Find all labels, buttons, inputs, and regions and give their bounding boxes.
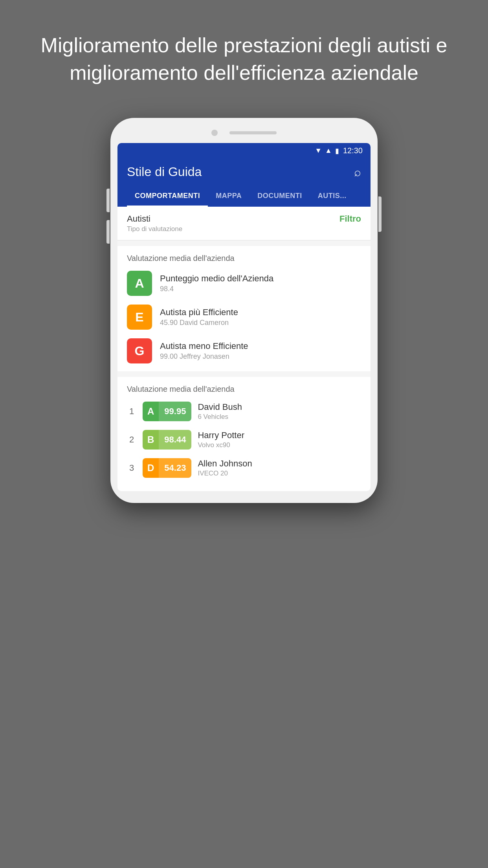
filter-subtitle: Tipo di valutazione xyxy=(127,225,182,233)
rank-sub-3: IVECO 20 xyxy=(198,470,252,477)
tab-autis[interactable]: AUTIS... xyxy=(310,187,354,207)
rank-score-2: 98.44 xyxy=(159,430,191,450)
time-display: 12:30 xyxy=(343,146,363,155)
filter-section: Autisti Tipo di valutazione Filtro xyxy=(117,207,371,240)
ranking-title: Valutazione media dell'azienda xyxy=(127,385,361,394)
tabs: COMPORTAMENTI MAPPA DOCUMENTI AUTIS... xyxy=(127,187,361,207)
metric-row-worst: G Autista meno Efficiente 99.00 Jeffrey … xyxy=(127,338,361,363)
hero-text: Miglioramento delle prestazioni degli au… xyxy=(0,0,488,110)
phone-side-btn-power xyxy=(378,196,382,232)
phone-wrapper: ▼ ▲ ▮ 12:30 Stile di Guida ⌕ COMPORTAMEN… xyxy=(0,110,488,503)
phone-side-btn-vol-up xyxy=(106,189,110,212)
tab-comportamenti[interactable]: COMPORTAMENTI xyxy=(127,187,208,207)
tab-documenti[interactable]: DOCUMENTI xyxy=(250,187,310,207)
status-bar: ▼ ▲ ▮ 12:30 xyxy=(117,143,371,158)
rank-badge-2: B 98.44 xyxy=(143,430,191,450)
wifi-icon: ▼ xyxy=(315,147,322,155)
rank-score-3: 54.23 xyxy=(159,458,191,478)
app-title: Stile di Guida xyxy=(127,165,202,179)
metric-title-worst: Autista meno Efficiente xyxy=(160,341,248,351)
filter-left: Autisti Tipo di valutazione xyxy=(127,214,182,233)
metric-value-best: 45.90 David Cameron xyxy=(160,319,238,327)
rank-sub-2: Volvo xc90 xyxy=(198,441,244,449)
phone-top-bar xyxy=(117,130,371,136)
phone-side-btn-vol-down xyxy=(106,220,110,244)
ranking-row-3[interactable]: 3 D 54.23 Allen Johnson IVECO 20 xyxy=(127,458,361,478)
metric-info-best: Autista più Efficiente 45.90 David Camer… xyxy=(160,307,238,327)
app-header: Stile di Guida ⌕ COMPORTAMENTI MAPPA DOC… xyxy=(117,158,371,207)
grade-badge-a: A xyxy=(127,271,152,296)
signal-icon: ▲ xyxy=(325,147,332,155)
phone-speaker xyxy=(229,131,277,134)
metric-title-best: Autista più Efficiente xyxy=(160,307,238,317)
phone-camera xyxy=(211,130,218,136)
rank-info-2: Harry Potter Volvo xc90 xyxy=(198,430,244,449)
metric-row-avg: A Punteggio medio dell'Azienda 98.4 xyxy=(127,271,361,296)
rank-score-1: 99.95 xyxy=(159,402,191,421)
metric-value-worst: 99.00 Jeffrey Jonasen xyxy=(160,352,248,361)
metric-row-best: E Autista più Efficiente 45.90 David Cam… xyxy=(127,305,361,330)
rank-info-1: David Bush 6 Vehicles xyxy=(198,402,242,421)
ranking-row-2[interactable]: 2 B 98.44 Harry Potter Volvo xc90 xyxy=(127,430,361,450)
grade-badge-g: G xyxy=(127,338,152,363)
filter-button[interactable]: Filtro xyxy=(339,214,361,224)
metric-value-avg: 98.4 xyxy=(160,285,273,293)
metric-info-avg: Punteggio medio dell'Azienda 98.4 xyxy=(160,273,273,293)
phone-outer: ▼ ▲ ▮ 12:30 Stile di Guida ⌕ COMPORTAMEN… xyxy=(110,118,378,503)
rank-letter-3: D xyxy=(143,458,159,478)
metric-title-avg: Punteggio medio dell'Azienda xyxy=(160,273,273,284)
rank-number-2: 2 xyxy=(127,435,136,445)
rank-number-3: 3 xyxy=(127,463,136,473)
search-icon[interactable]: ⌕ xyxy=(354,165,361,179)
grade-badge-e: E xyxy=(127,305,152,330)
rank-number-1: 1 xyxy=(127,406,136,417)
ranking-row-1[interactable]: 1 A 99.95 David Bush 6 Vehicles xyxy=(127,402,361,421)
status-icons: ▼ ▲ ▮ xyxy=(315,147,339,155)
filter-title: Autisti xyxy=(127,214,182,224)
rank-name-2: Harry Potter xyxy=(198,430,244,440)
tab-mappa[interactable]: MAPPA xyxy=(208,187,250,207)
battery-icon: ▮ xyxy=(335,147,339,155)
rank-letter-1: A xyxy=(143,402,159,421)
company-avg-section: Valutazione media dell'azienda A Puntegg… xyxy=(117,246,371,371)
rank-name-3: Allen Johnson xyxy=(198,459,252,469)
phone-screen: ▼ ▲ ▮ 12:30 Stile di Guida ⌕ COMPORTAMEN… xyxy=(117,143,371,491)
rank-letter-2: B xyxy=(143,430,159,450)
rank-badge-3: D 54.23 xyxy=(143,458,191,478)
rank-badge-1: A 99.95 xyxy=(143,402,191,421)
rank-sub-1: 6 Vehicles xyxy=(198,413,242,421)
rank-name-1: David Bush xyxy=(198,402,242,412)
rank-info-3: Allen Johnson IVECO 20 xyxy=(198,459,252,477)
app-header-top: Stile di Guida ⌕ xyxy=(127,165,361,179)
metric-info-worst: Autista meno Efficiente 99.00 Jeffrey Jo… xyxy=(160,341,248,361)
company-avg-title: Valutazione media dell'azienda xyxy=(127,254,361,263)
ranking-section: Valutazione media dell'azienda 1 A 99.95… xyxy=(117,377,371,486)
content-area: Autisti Tipo di valutazione Filtro Valut… xyxy=(117,207,371,486)
